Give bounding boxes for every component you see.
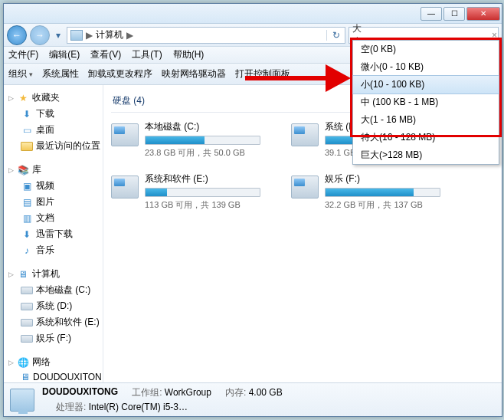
drive-name: 系统和软件 (E:) [145,172,260,185]
recent-icon [21,141,33,152]
workgroup-value: WorkGroup [165,387,211,398]
size-filter-dropdown: 空(0 KB)微小(0 - 10 KB)小(10 - 100 KB)中 (100… [352,40,499,165]
size-filter-option[interactable]: 小(10 - 100 KB) [352,75,499,94]
sidebar-item-downloads[interactable]: ⬇下载 [7,106,101,122]
sidebar: ▷★收藏夹 ⬇下载 ▭桌面 最近访问的位置 ▷📚库 ▣视频 ▤图片 ▥文档 ⬇迅… [4,85,103,382]
drive-icon [111,176,139,199]
drive-item[interactable]: 娱乐 (F:)32.2 GB 可用，共 137 GB [291,172,440,211]
system-props-button[interactable]: 系统属性 [42,67,79,80]
sidebar-header-network[interactable]: ▷🌐网络 [7,354,101,370]
control-panel-button[interactable]: 打开控制面板 [235,67,290,80]
document-icon: ▥ [21,213,33,224]
arrow-right-icon: → [35,30,44,41]
usage-bar [145,136,260,145]
drive-item[interactable]: 本地磁盘 (C:)23.8 GB 可用，共 50.0 GB [111,120,260,159]
map-drive-button[interactable]: 映射网络驱动器 [162,67,226,80]
minimize-button[interactable]: — [421,7,442,21]
caret-icon: ▷ [8,166,14,174]
sidebar-item-drive-c[interactable]: 本地磁盘 (C:) [7,282,101,298]
size-filter-option[interactable]: 巨大(>128 MB) [353,146,499,164]
refresh-icon[interactable]: ↻ [326,30,342,41]
drive-icon [21,333,33,344]
drive-item[interactable]: 系统和软件 (E:)113 GB 可用，共 139 GB [111,172,260,211]
maximize-button[interactable]: ☐ [443,7,465,21]
path-separator-icon: ▶ [126,30,133,41]
drive-name: 娱乐 (F:) [325,172,440,185]
memory-value: 4.00 GB [249,387,283,398]
clear-search-icon[interactable]: × [492,30,497,41]
sidebar-item-drive-f[interactable]: 娱乐 (F:) [7,330,101,346]
size-filter-option[interactable]: 空(0 KB) [353,41,499,58]
menu-file[interactable]: 文件(F) [8,48,38,61]
menu-edit[interactable]: 编辑(E) [49,48,80,61]
status-text: DOUDOUXITONG 工作组: WorkGroup 内存: 4.00 GB … [42,386,283,414]
computer-icon [70,30,83,41]
sidebar-header-libraries[interactable]: ▷📚库 [7,162,101,178]
size-filter-option[interactable]: 中 (100 KB - 1 MB) [353,94,499,111]
menu-help[interactable]: 帮助(H) [173,48,205,61]
download-icon: ⬇ [21,229,33,240]
cpu-value: Intel(R) Core(TM) i5-3… [89,402,188,412]
sidebar-item-videos[interactable]: ▣视频 [7,178,101,194]
workgroup-label: 工作组: [132,387,162,398]
music-icon: ♪ [21,245,33,256]
drive-stats: 23.8 GB 可用，共 50.0 GB [145,147,260,159]
drive-icon [21,301,33,312]
memory-label: 内存: [225,387,246,398]
drive-name: 本地磁盘 (C:) [145,120,260,133]
sidebar-group-libraries: ▷📚库 ▣视频 ▤图片 ▥文档 ⬇迅雷下载 ♪音乐 [7,162,101,258]
video-icon: ▣ [21,181,33,192]
desktop-icon: ▭ [21,125,33,136]
titlebar: — ☐ ✕ [4,4,502,24]
sidebar-item-desktop[interactable]: ▭桌面 [7,122,101,138]
sidebar-item-drive-d[interactable]: 系统 (D:) [7,298,101,314]
drive-icon [21,317,33,328]
status-bar: DOUDOUXITONG 工作组: WorkGroup 内存: 4.00 GB … [4,382,502,416]
caret-icon: ▷ [8,271,14,278]
status-computer-name: DOUDOUXITONG [42,386,118,399]
uninstall-button[interactable]: 卸载或更改程序 [88,67,152,80]
sidebar-item-drive-e[interactable]: 系统和软件 (E:) [7,314,101,330]
size-filter-option[interactable]: 特大(16 - 128 MB) [353,129,499,146]
download-icon: ⬇ [21,109,33,120]
sidebar-group-network: ▷🌐网络 🖥DOUDOUXITONG 🖥USERMIC-CJ7B [7,354,101,382]
sidebar-item-recent[interactable]: 最近访问的位置 [7,138,101,154]
star-icon: ★ [17,93,29,103]
drive-stats: 32.2 GB 可用，共 137 GB [325,199,440,211]
drive-icon [291,123,319,146]
system-icon [10,389,34,412]
sidebar-header-favorites[interactable]: ▷★收藏夹 [7,90,101,106]
sidebar-item-pictures[interactable]: ▤图片 [7,194,101,210]
picture-icon: ▤ [21,197,33,208]
menu-view[interactable]: 查看(V) [90,48,121,61]
sidebar-item-documents[interactable]: ▥文档 [7,210,101,226]
size-filter-option[interactable]: 大(1 - 16 MB) [353,111,499,129]
sidebar-header-computer[interactable]: ▷🖥计算机 [7,266,101,282]
drive-icon [291,176,319,199]
cpu-label: 处理器: [56,402,86,412]
close-button[interactable]: ✕ [466,7,500,21]
drive-stats: 113 GB 可用，共 139 GB [145,199,260,211]
chevron-down-icon: ▾ [29,71,33,78]
forward-button[interactable]: → [30,25,50,45]
library-icon: 📚 [17,165,29,176]
drive-icon [21,285,33,296]
network-icon: 🌐 [17,357,29,368]
sidebar-item-xunlei[interactable]: ⬇迅雷下载 [7,226,101,242]
sidebar-item-music[interactable]: ♪音乐 [7,242,101,258]
caret-icon: ▷ [8,359,14,366]
history-chevron-icon[interactable]: ▾ [53,27,64,44]
size-filter-option[interactable]: 微小(0 - 10 KB) [353,58,499,76]
arrow-left-icon: ← [12,30,21,41]
sidebar-item-network-host[interactable]: 🖥DOUDOUXITONG [7,370,101,382]
caret-icon: ▷ [8,94,14,102]
address-bar[interactable]: ▶ 计算机 ▶ ↻ [67,27,345,44]
path-separator-icon: ▶ [86,30,93,41]
drive-icon [111,123,139,146]
usage-bar [325,188,440,197]
path-segment[interactable]: 计算机 [96,28,123,41]
organize-button[interactable]: 组织▾ [8,67,33,80]
menu-tools[interactable]: 工具(T) [132,48,162,61]
back-button[interactable]: ← [7,25,27,45]
computer-icon: 🖥 [17,269,29,280]
